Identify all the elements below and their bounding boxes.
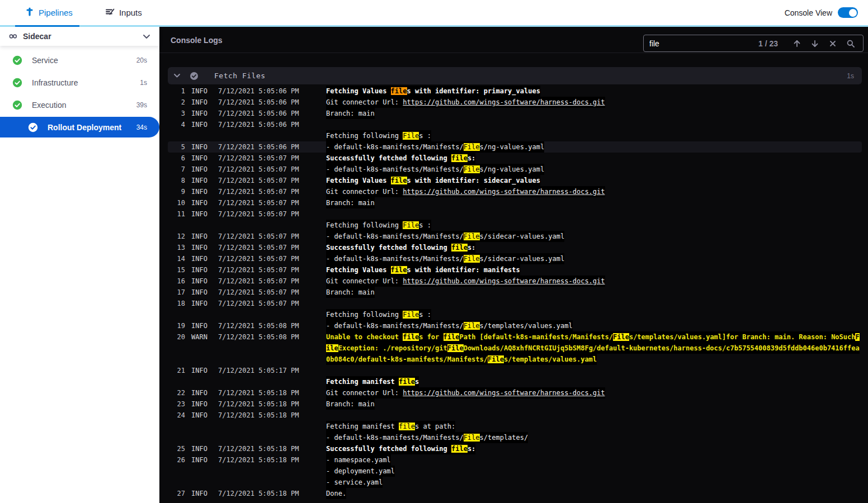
log-row: Fetching manifest files at path:	[168, 421, 862, 432]
log-timestamp: 7/12/2021 5:05:18 PM	[218, 410, 299, 421]
log-row: Fetching manifest files	[168, 376, 862, 387]
log-line-number: 4	[168, 119, 185, 130]
log-line-number: 2	[168, 97, 185, 108]
log-message: Git connector Url: https://github.com/wi…	[326, 97, 605, 108]
log-message: - default-k8s-manifests/Manifests/Files/…	[326, 164, 544, 175]
log-message: Git connector Url: https://github.com/wi…	[326, 387, 605, 398]
log-timestamp: 7/12/2021 5:05:07 PM	[218, 298, 299, 309]
step-label: Rollout Deployment	[48, 123, 136, 132]
log-row: 27INFO7/12/2021 5:05:18 PMDone.	[168, 488, 862, 499]
search-match: file	[451, 244, 468, 252]
tab-pipelines[interactable]: Pipelines	[25, 7, 73, 18]
sidebar-item-service[interactable]: Service20s	[0, 49, 159, 72]
log-level: INFO	[191, 208, 207, 220]
chevron-down-icon[interactable]	[143, 31, 150, 41]
log-link[interactable]: https://github.com/wings-software/harnes…	[403, 389, 605, 397]
log-row: 18INFO7/12/2021 5:05:07 PM	[168, 298, 862, 309]
log-line-number: 14	[168, 253, 185, 264]
console-view-toggle[interactable]	[838, 7, 858, 18]
log-timestamp: 7/12/2021 5:05:07 PM	[218, 287, 299, 298]
search-match: File	[464, 255, 480, 263]
log-level: INFO	[191, 231, 207, 242]
log-level: INFO	[191, 242, 207, 253]
step-success-icon	[190, 72, 199, 80]
search-match: file	[399, 423, 415, 430]
log-level: INFO	[191, 443, 207, 454]
log-line-number: 10	[168, 197, 185, 208]
search-match: File	[464, 165, 480, 173]
tab-inputs[interactable]: Inputs	[105, 7, 142, 18]
log-line-number: 9	[168, 186, 185, 197]
log-line-number: 3	[168, 108, 185, 119]
log-timestamp: 7/12/2021 5:05:07 PM	[218, 186, 299, 197]
search-match: File	[488, 355, 504, 363]
log-message: ileException: ./repository/gitFileDownlo…	[326, 343, 860, 354]
log-row: ileException: ./repository/gitFileDownlo…	[168, 343, 862, 354]
log-message: Fetching following Files :	[326, 309, 431, 320]
log-line-number: 26	[168, 454, 185, 466]
log-timestamp: 7/12/2021 5:05:06 PM	[218, 141, 299, 153]
search-match: File	[464, 434, 480, 442]
sidebar-item-execution[interactable]: Execution39s	[0, 94, 159, 116]
search-match: File	[403, 132, 419, 140]
log-rows: 1INFO7/12/2021 5:05:06 PMFetching Values…	[168, 86, 862, 499]
log-line-number: 6	[168, 153, 185, 164]
log-level: WARN	[191, 331, 207, 343]
search-match: file	[399, 378, 415, 386]
sidebar-item-rollout-deployment[interactable]: Rollout Deployment34s	[0, 117, 159, 137]
log-row: 15INFO7/12/2021 5:05:07 PMFetching Value…	[168, 264, 862, 276]
search-input[interactable]	[649, 39, 758, 48]
stage-title: Sidecar	[23, 32, 143, 41]
log-link[interactable]: https://github.com/wings-software/harnes…	[403, 277, 605, 285]
log-line-number: 11	[168, 208, 185, 220]
log-timestamp: 7/12/2021 5:05:18 PM	[218, 398, 299, 410]
search-match: file	[451, 154, 468, 162]
next-match-button[interactable]	[808, 37, 822, 50]
log-row: Fetching following Files :	[168, 309, 862, 320]
log-timestamp: 7/12/2021 5:05:06 PM	[218, 108, 299, 119]
tab-inputs-label: Inputs	[119, 8, 142, 17]
previous-match-button[interactable]	[790, 37, 804, 50]
log-link[interactable]: https://github.com/wings-software/harnes…	[403, 98, 605, 106]
pipelines-icon	[25, 7, 34, 18]
log-message: Done.	[326, 488, 346, 499]
log-link[interactable]: https://github.com/wings-software/harnes…	[403, 188, 605, 196]
search-match: file	[391, 177, 407, 184]
log-message: - default-k8s-manifests/Manifests/Files/…	[326, 320, 573, 331]
log-row: 6INFO7/12/2021 5:05:07 PMSuccessfully fe…	[168, 153, 862, 164]
step-duration: 34s	[136, 124, 147, 131]
log-section-header[interactable]: Fetch Files 1s	[168, 67, 862, 84]
log-level: INFO	[191, 97, 207, 108]
log-line-number: 17	[168, 287, 185, 298]
log-message: - default-k8s-manifests/Manifests/Files/…	[326, 432, 528, 443]
success-check-icon	[12, 55, 22, 65]
log-timestamp: 7/12/2021 5:05:07 PM	[218, 242, 299, 253]
log-row: 21INFO7/12/2021 5:05:17 PM	[168, 365, 862, 376]
log-section-duration: 1s	[847, 72, 854, 80]
log-level: INFO	[191, 287, 207, 298]
tab-strip-underline	[0, 25, 868, 27]
log-row: 22INFO7/12/2021 5:05:18 PMGit connector …	[168, 387, 862, 398]
log-message: Branch: main	[326, 398, 375, 410]
log-message: Branch: main	[326, 108, 375, 119]
search-match: file	[444, 333, 460, 341]
log-level: INFO	[191, 119, 207, 130]
log-row: 10INFO7/12/2021 5:05:07 PMBranch: main	[168, 197, 862, 208]
search-icon[interactable]	[844, 37, 857, 50]
sidebar-item-infrastructure[interactable]: Infrastructure1s	[0, 72, 159, 94]
log-row: 1INFO7/12/2021 5:05:06 PMFetching Values…	[168, 86, 862, 97]
log-row: 2INFO7/12/2021 5:05:06 PMGit connector U…	[168, 97, 862, 108]
main-tabs: Pipelines Inputs	[0, 0, 868, 25]
step-label: Infrastructure	[32, 78, 140, 87]
log-timestamp: 7/12/2021 5:05:07 PM	[218, 175, 299, 186]
step-label: Service	[32, 56, 136, 65]
log-line-number: 12	[168, 231, 185, 242]
stage-header[interactable]: Sidecar	[0, 27, 159, 46]
log-message: - default-k8s-manifests/Manifests/Files/…	[326, 231, 564, 242]
collapse-chevron-icon[interactable]	[173, 73, 181, 78]
clear-search-button[interactable]	[826, 37, 839, 50]
log-message: Git connector Url: https://github.com/wi…	[326, 186, 605, 197]
log-message: - namespace.yaml	[326, 454, 391, 466]
tab-pipelines-label: Pipelines	[39, 8, 73, 17]
link-icon	[9, 33, 17, 40]
